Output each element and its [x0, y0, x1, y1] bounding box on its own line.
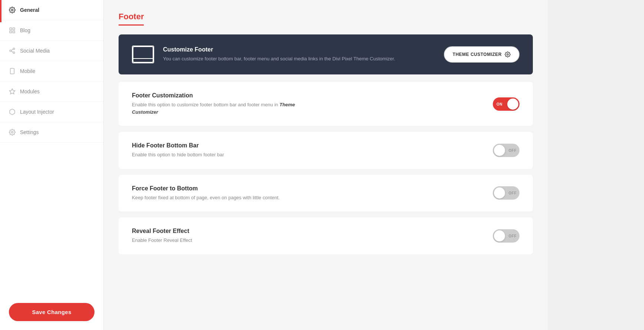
setting-desc: Enable this option to hide bottom footer… — [132, 151, 224, 159]
svg-point-7 — [13, 52, 15, 54]
layout-icon — [9, 109, 16, 115]
svg-rect-1 — [10, 28, 11, 30]
toggle-label-off: OFF — [509, 191, 517, 195]
setting-title: Hide Footer Bottom Bar — [132, 142, 224, 149]
theme-customizer-button[interactable]: THEME CUSTOMIZER — [444, 46, 519, 63]
sidebar-item-label: Social Media — [20, 48, 50, 54]
svg-point-15 — [507, 54, 508, 55]
setting-text: Force Footer to Bottom Keep footer fixed… — [132, 185, 280, 201]
toggle-track[interactable]: OFF — [493, 229, 519, 243]
sidebar-item-settings[interactable]: Settings — [0, 122, 103, 143]
svg-point-12 — [11, 131, 13, 133]
sidebar-item-social-media[interactable]: Social Media — [0, 41, 103, 61]
sidebar-accent — [0, 0, 1, 22]
sidebar-item-blog[interactable]: Blog — [0, 20, 103, 41]
footer-customization-toggle[interactable]: ON — [493, 97, 519, 111]
svg-line-9 — [11, 49, 13, 50]
sidebar-item-modules[interactable]: Modules — [0, 81, 103, 102]
setting-title: Force Footer to Bottom — [132, 185, 280, 192]
svg-rect-3 — [10, 31, 11, 33]
modules-icon — [9, 88, 16, 95]
setting-text: Hide Footer Bottom Bar Enable this optio… — [132, 142, 224, 159]
setting-title: Footer Customization — [132, 92, 317, 99]
sidebar-item-label: General — [20, 7, 39, 13]
share-icon — [9, 47, 16, 54]
sidebar: General Blog Social Media Mobile Modules… — [0, 0, 104, 330]
toggle-label-on: ON — [497, 102, 502, 106]
reveal-footer-effect-toggle[interactable]: OFF — [493, 229, 519, 243]
setting-force-footer-to-bottom: Force Footer to Bottom Keep footer fixed… — [119, 175, 533, 212]
svg-point-6 — [10, 50, 11, 52]
svg-rect-2 — [13, 28, 15, 30]
theme-customizer-label: THEME CUSTOMIZER — [453, 52, 502, 57]
setting-text: Footer Customization Enable this option … — [132, 92, 317, 116]
toggle-track[interactable]: ON — [493, 97, 519, 111]
save-button-wrapper: Save Changes — [0, 294, 103, 330]
save-changes-button[interactable]: Save Changes — [9, 303, 94, 321]
toggle-label-off: OFF — [509, 234, 517, 238]
right-panel — [548, 0, 644, 330]
banner-description: You can customize footer bottom bar, foo… — [163, 55, 435, 63]
footer-icon — [132, 46, 154, 63]
toggle-knob — [494, 230, 505, 241]
toggle-label-off: OFF — [509, 148, 517, 152]
page-title: Footer — [119, 12, 144, 26]
grid-icon — [9, 27, 16, 34]
sidebar-item-label: Modules — [20, 89, 40, 94]
svg-rect-4 — [13, 31, 15, 33]
svg-line-8 — [11, 51, 13, 52]
toggle-knob — [494, 187, 505, 199]
gear-icon-small — [505, 51, 511, 57]
svg-point-5 — [13, 48, 15, 50]
setting-desc: Enable Footer Reveal Effect — [132, 237, 192, 244]
mobile-icon — [9, 68, 16, 74]
svg-rect-13 — [133, 47, 153, 62]
sidebar-item-mobile[interactable]: Mobile — [0, 61, 103, 81]
banner-text: Customize Footer You can customize foote… — [163, 46, 435, 63]
setting-text: Reveal Footer Effect Enable Footer Revea… — [132, 228, 192, 244]
toggle-track[interactable]: OFF — [493, 186, 519, 200]
setting-reveal-footer-effect: Reveal Footer Effect Enable Footer Revea… — [119, 217, 533, 254]
toggle-knob — [507, 99, 518, 110]
hide-footer-bottom-bar-toggle[interactable]: OFF — [493, 144, 519, 157]
setting-desc: Keep footer fixed at bottom of page, eve… — [132, 194, 280, 201]
gear-icon — [9, 7, 16, 13]
setting-desc: Enable this option to customize footer b… — [132, 101, 317, 116]
settings-icon — [9, 129, 16, 136]
banner-title: Customize Footer — [163, 46, 435, 53]
sidebar-item-label: Layout Injector — [20, 109, 54, 115]
setting-footer-customization: Footer Customization Enable this option … — [119, 82, 533, 126]
sidebar-item-layout-injector[interactable]: Layout Injector — [0, 102, 103, 122]
svg-point-0 — [11, 9, 13, 11]
customize-footer-banner: Customize Footer You can customize foote… — [119, 34, 533, 74]
sidebar-item-label: Mobile — [20, 68, 35, 74]
sidebar-item-label: Blog — [20, 27, 30, 33]
sidebar-item-general[interactable]: General — [0, 0, 103, 20]
force-footer-to-bottom-toggle[interactable]: OFF — [493, 186, 519, 200]
toggle-knob — [494, 145, 505, 156]
main-content: Footer Customize Footer You can customiz… — [104, 0, 548, 330]
setting-title: Reveal Footer Effect — [132, 228, 192, 234]
sidebar-item-label: Settings — [20, 129, 39, 135]
setting-hide-footer-bottom-bar: Hide Footer Bottom Bar Enable this optio… — [119, 132, 533, 169]
toggle-track[interactable]: OFF — [493, 144, 519, 157]
